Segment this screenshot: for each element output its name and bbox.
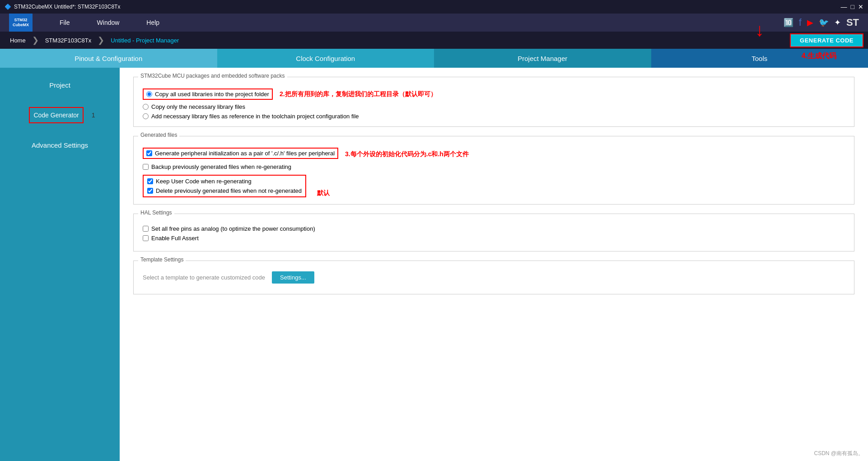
checkbox-full-assert-label: Enable Full Assert [151,235,199,242]
checkbox-keep-code[interactable] [147,178,153,184]
main-tabs: Pinout & Configuration Clock Configurati… [0,49,868,68]
breadcrumb-home[interactable]: Home [5,32,31,49]
st-logo: ST [846,17,859,28]
checkbox-keep-code-label: Keep User Code when re-generating [156,178,252,185]
breadcrumb-arrow-1: ❯ [32,35,39,45]
mcu-packages-title: STM32Cube MCU packages and embedded soft… [138,73,287,79]
title-bar: 🔷 STM32CubeMX Untitled*: STM32F103C8Tx —… [0,0,868,14]
checkbox-backup-label: Backup previously generated files when r… [151,163,291,170]
checkbox-analog-pins-label: Set all free pins as analog (to optimize… [151,225,315,232]
social-icons-area: 🔟 f ▶ 🐦 ✦ ST [784,17,859,28]
checkbox-backup[interactable] [143,164,149,170]
checkbox-delete-files-item: Delete previously generated files when n… [147,187,302,194]
sidebar-item-project[interactable]: Project [0,72,120,98]
watermark: CSDN @南有孤岛。 [814,450,863,457]
network-icon[interactable]: ✦ [834,18,841,28]
tab-project-manager[interactable]: Project Manager [434,49,651,68]
step4-annotation: 4.生成代码 [802,51,836,61]
checkbox-full-assert-item: Enable Full Assert [143,235,845,242]
mcu-packages-section: STM32Cube MCU packages and embedded soft… [133,77,854,127]
checkbox-generate-pair-highlighted: Generate peripheral initialization as a … [143,148,338,159]
sidebar: Project Code Generator 1 Advanced Settin… [0,68,120,461]
generated-files-title: Generated files [138,132,179,138]
radio-item-option3: Add necessary library files as reference… [143,113,845,120]
template-placeholder: Select a template to generate customized… [143,274,265,281]
tab-pinout[interactable]: Pinout & Configuration [0,49,217,68]
breadcrumb: Home ❯ STM32F103C8Tx ❯ Untitled - Projec… [0,32,868,49]
generate-code-area: ↓ GENERATE CODE 4.生成代码 [790,33,863,47]
annotation-3: 3.每个外设的初始化代码分为.c和.h两个文件 [345,150,469,158]
step-number: 1 [92,112,95,119]
sidebar-item-code-generator[interactable]: Code Generator [29,107,83,123]
checkbox-delete-files[interactable] [147,188,153,194]
title-bar-left: 🔷 STM32CubeMX Untitled*: STM32F103C8Tx [5,4,120,10]
title-bar-title: STM32CubeMX Untitled*: STM32F103C8Tx [14,4,120,10]
hal-settings-section: HAL Settings Set all free pins as analog… [133,214,854,251]
breadcrumb-arrow-2: ❯ [98,35,104,45]
close-button[interactable]: ✕ [858,3,863,10]
youtube-icon[interactable]: ▶ [807,18,813,28]
radio-copy-necessary-label: Copy only the necessary library files [151,103,245,110]
tab-clock[interactable]: Clock Configuration [217,49,434,68]
maximize-button[interactable]: □ [851,3,854,10]
menu-file[interactable]: File [60,19,70,26]
radio-copy-all[interactable] [146,91,152,97]
facebook-icon[interactable]: f [799,17,802,28]
radio-add-reference[interactable] [143,113,149,119]
radio-item-option2: Copy only the necessary library files [143,103,845,110]
checkbox-keep-code-item: Keep User Code when re-generating [147,178,302,185]
template-row: Select a template to generate customized… [143,268,845,287]
checkbox-full-assert[interactable] [143,235,149,241]
generated-files-section: Generated files Generate peripheral init… [133,136,854,205]
mcu-packages-content: Copy all used libraries into the project… [143,88,845,120]
radio-option1-highlighted: Copy all used libraries into the project… [143,88,273,100]
logo-area: STM32 CubeMX [9,14,33,32]
radio-add-reference-label: Add necessary library files as reference… [151,113,359,120]
settings-button[interactable]: Settings... [272,271,314,284]
generate-code-button[interactable]: GENERATE CODE [790,33,863,47]
checkbox-delete-files-label: Delete previously generated files when n… [156,187,302,194]
menu-bar: STM32 CubeMX File Window Help 🔟 f ▶ 🐦 ✦ … [0,14,868,32]
breadcrumb-project[interactable]: Untitled - Project Manager [105,32,184,49]
checkbox-analog-pins-item: Set all free pins as analog (to optimize… [143,225,845,232]
anniversary-icon: 🔟 [784,18,793,28]
app-logo: STM32 CubeMX [9,14,33,32]
generate-arrow: ↓ [755,20,764,40]
menu-window[interactable]: Window [97,19,120,26]
hal-settings-content: Set all free pins as analog (to optimize… [143,225,845,242]
checkbox-generate-pair-label: Generate peripheral initialization as a … [155,150,335,157]
title-bar-controls: — □ ✕ [841,3,863,10]
radio-copy-all-label: Copy all used libraries into the project… [155,91,269,98]
checkbox-analog-pins[interactable] [143,226,149,232]
radio-copy-necessary[interactable] [143,104,149,110]
content-area: Project Code Generator 1 Advanced Settin… [0,68,868,461]
template-settings-title: Template Settings [138,256,186,263]
main-content: STM32Cube MCU packages and embedded soft… [120,68,868,461]
template-settings-section: Template Settings Select a template to g… [133,261,854,294]
annotation-2: 2.把所有用到的库，复制进我们的工程目录（默认即可） [280,90,437,98]
twitter-icon[interactable]: 🐦 [819,18,829,28]
sidebar-item-advanced-settings[interactable]: Advanced Settings [0,132,120,158]
menu-help[interactable]: Help [146,19,159,26]
annotation-default: 默认 [317,189,330,196]
checkbox-backup-item: Backup previously generated files when r… [143,163,845,170]
minimize-button[interactable]: — [841,3,847,10]
keep-delete-highlighted: Keep User Code when re-generating Delete… [143,175,306,197]
hal-settings-title: HAL Settings [138,210,174,216]
generated-files-content: Generate peripheral initialization as a … [143,148,845,197]
breadcrumb-chip[interactable]: STM32F103C8Tx [40,32,97,49]
title-bar-icon: 🔷 [5,4,11,10]
checkbox-generate-pair[interactable] [146,150,152,156]
